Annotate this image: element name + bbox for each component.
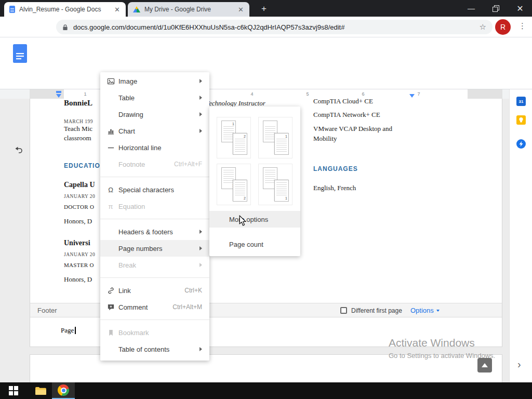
doc-text: DOCTOR O [64, 204, 94, 210]
page-count-item[interactable]: Page count [209, 236, 300, 252]
menu-item-label: Footnote [118, 161, 174, 168]
comment-icon [107, 303, 115, 311]
file-explorer-button[interactable] [29, 382, 52, 399]
browser-profile-avatar[interactable]: R [495, 19, 511, 35]
chevron-down-icon [436, 310, 440, 312]
browser-tab-drive[interactable]: My Drive - Google Drive ✕ [128, 2, 249, 17]
doc-text: Universi [64, 239, 90, 247]
different-first-page-label: Different first page [351, 307, 402, 314]
menu-item-label: Drawing [118, 111, 200, 118]
footer-options-button[interactable]: Options [410, 307, 440, 314]
more-options-item[interactable]: More options [209, 211, 300, 228]
docs-app-icon[interactable] [13, 44, 27, 63]
page-number-option-bottom-skip-first[interactable]: 1 [258, 164, 292, 205]
doc-heading: EDUCATIO [64, 162, 100, 169]
doc-text: VMware VCAP Desktop and [313, 125, 392, 133]
different-first-page-checkbox[interactable] [340, 307, 347, 314]
menu-item-image[interactable]: Image [100, 73, 209, 89]
menu-item-table[interactable]: Table [100, 89, 209, 106]
calendar-icon[interactable]: 31 [516, 97, 526, 106]
menu-item-footnote: Footnote Ctrl+Alt+F [100, 156, 209, 172]
doc-text: CompTIA Network+ CE [313, 111, 380, 119]
menu-item-page-numbers[interactable]: Page numbers [100, 240, 209, 257]
tab-title: Alvin_Resume - Google Docs [19, 6, 113, 13]
page-number-option-top-all[interactable]: 1 2 [217, 117, 251, 158]
ruler[interactable]: 1 2 3 4 5 6 7 [0, 89, 532, 99]
tab-title: My Drive - Google Drive [144, 6, 236, 13]
page-number-option-bottom-all[interactable]: 1 2 [217, 164, 251, 205]
headers-footers-icon [107, 228, 115, 236]
omega-icon: Ω [107, 185, 115, 194]
doc-text: Teach Mic [64, 125, 92, 133]
menu-item-shortcut: Ctrl+Alt+F [174, 161, 202, 168]
docs-header: Alvin_Resume ☆ File Edit View Insert For… [0, 37, 532, 70]
left-indent-marker[interactable] [56, 94, 61, 98]
ruler-number: 6 [362, 91, 364, 97]
page-numbers-submenu: 1 2 1 1 2 1 More options Page count [209, 107, 300, 256]
menu-item-special-characters[interactable]: Ω Special characters [100, 181, 209, 198]
menu-item-label: Table of contents [118, 345, 200, 353]
menu-separator [100, 219, 209, 219]
menu-item-label: Link [118, 287, 184, 295]
new-tab-button[interactable]: + [259, 4, 269, 14]
footer-text-area[interactable]: Page [61, 326, 76, 335]
right-indent-marker[interactable] [409, 94, 415, 98]
windows-logo-icon [9, 386, 18, 395]
submenu-arrow-icon [200, 129, 202, 133]
windows-taskbar [0, 382, 532, 399]
menu-item-shortcut: Ctrl+K [184, 287, 202, 294]
menu-item-table-of-contents[interactable]: Table of contents [100, 341, 209, 357]
menu-item-label: Horizontal line [118, 144, 202, 152]
pi-icon: π [107, 202, 115, 210]
menu-item-label: Page numbers [118, 245, 200, 252]
tab-close-icon[interactable]: ✕ [236, 6, 245, 14]
chrome-taskbar-button[interactable] [52, 382, 75, 399]
keep-icon[interactable] [516, 115, 526, 125]
chart-icon [107, 127, 115, 135]
first-line-indent-marker[interactable] [56, 91, 61, 93]
browser-tab-docs[interactable]: Alvin_Resume - Google Docs ✕ [4, 2, 126, 17]
doc-text: English, French [313, 184, 356, 192]
menu-item-label: Comment [118, 303, 172, 311]
menu-item-label: Special characters [118, 186, 202, 194]
hide-side-panel-chevron[interactable]: › [517, 358, 521, 370]
doc-text: classroom [64, 134, 91, 142]
menu-item-equation: π Equation [100, 198, 209, 215]
image-icon [107, 77, 115, 85]
menu-item-headers-footers[interactable]: Headers & footers [100, 223, 209, 240]
window-minimize-button[interactable]: — [459, 0, 483, 17]
doc-heading: LANGUAGES [313, 165, 358, 172]
screen: Alvin_Resume - Google Docs ✕ My Drive - … [0, 0, 532, 399]
tab-close-icon[interactable]: ✕ [113, 6, 122, 14]
menu-item-link[interactable]: Link Ctrl+K [100, 282, 209, 299]
bookmark-star-icon[interactable]: ☆ [480, 22, 486, 32]
start-button[interactable] [2, 382, 25, 399]
ruler-number: 5 [306, 91, 309, 97]
doc-text: Mobility [313, 135, 337, 143]
doc-text: Honors, D [64, 217, 92, 225]
bookmark-icon [107, 328, 115, 337]
window-restore-button[interactable] [484, 0, 508, 17]
window-close-button[interactable]: ✕ [508, 0, 532, 17]
page-number-option-top-skip-first[interactable]: 1 [258, 117, 292, 158]
doc-text: Capella U [64, 181, 95, 189]
browser-menu-icon[interactable]: ⋮ [518, 21, 526, 31]
menu-item-horizontal-line[interactable]: Horizontal line [100, 139, 209, 156]
touch-keyboard-button[interactable] [477, 358, 492, 373]
more-options-label: More options [229, 216, 268, 223]
menu-item-comment[interactable]: Comment Ctrl+Alt+M [100, 299, 209, 315]
ruler-number: 7 [417, 91, 420, 97]
menu-item-label: Bookmark [118, 329, 202, 337]
menu-item-drawing[interactable]: Drawing [100, 106, 209, 123]
undo-button[interactable] [14, 144, 24, 155]
menu-item-chart[interactable]: Chart [100, 123, 209, 139]
menu-item-label: Chart [118, 127, 200, 135]
page-numbers-icon [107, 244, 115, 252]
submenu-arrow-icon [200, 96, 202, 100]
url-bar[interactable]: docs.google.com/document/d/1u0KfE6HXXhuU… [56, 20, 493, 34]
tasks-icon[interactable] [516, 139, 526, 149]
menu-item-shortcut: Ctrl+Alt+M [172, 303, 202, 311]
ruler-number: 4 [250, 91, 253, 97]
break-icon [107, 261, 115, 269]
page-number-digit: 1 [285, 196, 287, 200]
